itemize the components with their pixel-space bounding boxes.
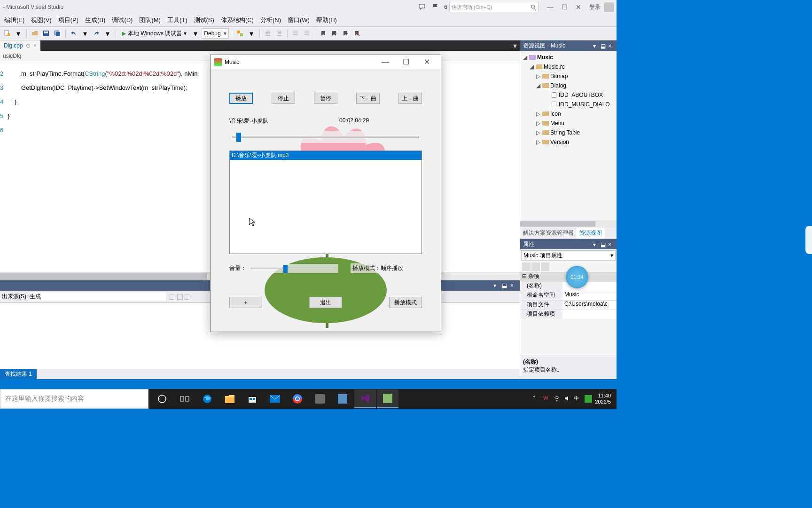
tray-wifi-icon[interactable] <box>554 395 561 403</box>
menu-test[interactable]: 测试(S) <box>191 16 218 24</box>
minimize-button[interactable]: — <box>543 2 557 12</box>
tray-icon[interactable] <box>585 395 592 403</box>
outdent-icon[interactable] <box>274 28 284 39</box>
tray-volume-icon[interactable] <box>564 395 571 403</box>
feedback-icon[interactable] <box>418 2 427 12</box>
save-icon[interactable] <box>41 28 51 39</box>
tab-dlg-cpp[interactable]: Dlg.cpp ⊙ × <box>0 40 40 51</box>
tree-node-bitmap[interactable]: ▷Bitmap <box>520 71 617 81</box>
panel-dropdown-icon[interactable]: ▾ <box>593 43 599 48</box>
indent-icon[interactable] <box>263 28 273 39</box>
output-btn[interactable] <box>170 294 175 300</box>
bookmark-clear-icon[interactable] <box>352 28 362 39</box>
menu-build[interactable]: 生成(B) <box>82 16 109 24</box>
store-icon[interactable] <box>242 389 263 408</box>
panel-pin-icon[interactable]: ⬓ <box>502 282 508 289</box>
pause-button[interactable]: 暂停 <box>314 93 337 104</box>
categorize-icon[interactable] <box>522 262 531 271</box>
volume-slider[interactable] <box>249 264 338 273</box>
clock-widget[interactable]: 01:14 <box>566 266 588 288</box>
task-view-icon[interactable] <box>174 389 195 408</box>
pin-icon[interactable]: ⊙ <box>26 42 31 49</box>
dropdown-icon[interactable]: ▾ <box>190 28 201 39</box>
playlist-item[interactable]: D:\音乐\爱-小虎队.mp3 <box>230 151 422 160</box>
stop-button[interactable]: 停止 <box>272 93 295 104</box>
dropdown-icon[interactable]: ▾ <box>80 28 90 39</box>
dropdown-icon[interactable]: ▾ <box>246 28 257 39</box>
prop-row[interactable]: 项目文件C:\Users\moloa\c <box>520 300 617 310</box>
tray-wps-icon[interactable]: W <box>543 395 551 403</box>
system-tray[interactable]: ˄ W 中 11:40 2022/5 <box>530 393 614 405</box>
close-button[interactable]: ✕ <box>571 2 586 12</box>
play-button[interactable]: 播放 <box>229 93 253 104</box>
taskbar-search[interactable]: 在这里输入你要搜索的内容 <box>0 389 148 409</box>
add-button[interactable]: + <box>229 297 262 308</box>
music-app-icon[interactable] <box>377 389 398 408</box>
bookmark-next-icon[interactable] <box>341 28 351 39</box>
maximize-button[interactable]: ☐ <box>557 2 571 12</box>
output-btn[interactable] <box>177 294 183 300</box>
app-icon[interactable] <box>332 389 353 408</box>
music-titlebar[interactable]: Music — ☐ ✕ <box>211 55 441 69</box>
tree-hscroll[interactable] <box>520 220 617 228</box>
tray-chevron-icon[interactable]: ˄ <box>533 395 540 403</box>
exit-button[interactable]: 退出 <box>309 297 342 308</box>
panel-dropdown-icon[interactable]: ▾ <box>493 282 500 289</box>
edge-icon[interactable] <box>196 389 218 408</box>
open-file-icon[interactable] <box>30 28 40 39</box>
start-debug-button[interactable]: ▶ 本地 Windows 调试器 ▾ <box>119 28 189 39</box>
dropdown-icon[interactable]: ▾ <box>13 28 23 39</box>
new-file-icon[interactable] <box>2 28 12 39</box>
notifications-flag-icon[interactable] <box>431 2 440 12</box>
prev-button[interactable]: 上一曲 <box>398 93 422 104</box>
prop-row[interactable]: 根命名空间Music <box>520 291 617 300</box>
bookmark-prev-icon[interactable] <box>329 28 340 39</box>
menu-analyze[interactable]: 分析(N) <box>257 16 284 24</box>
props-page-icon[interactable] <box>541 262 549 271</box>
bookmark-icon[interactable] <box>318 28 328 39</box>
tabs-dropdown[interactable]: ▾ <box>510 41 520 50</box>
tree-node-stringtable[interactable]: ▷String Table <box>520 128 617 137</box>
quick-launch-input[interactable]: 快速启动 (Ctrl+Q) <box>449 2 539 12</box>
tab-resource-view[interactable]: 资源视图 <box>577 228 605 238</box>
cortana-icon[interactable] <box>151 389 173 408</box>
music-close-button[interactable]: ✕ <box>416 56 437 69</box>
menu-debug[interactable]: 调试(D) <box>109 16 136 24</box>
chrome-icon[interactable] <box>287 389 308 408</box>
menu-tools[interactable]: 工具(T) <box>164 16 191 24</box>
playlist[interactable]: D:\音乐\爱-小虎队.mp3 <box>229 151 422 254</box>
menu-help[interactable]: 帮助(H) <box>313 16 340 24</box>
menu-team[interactable]: 团队(M) <box>136 16 164 24</box>
tree-node-menu[interactable]: ▷Menu <box>520 119 617 128</box>
login-link[interactable]: 登录 <box>589 3 601 11</box>
tree-node-musicdialog[interactable]: IDD_MUSIC_DIALO <box>520 100 617 109</box>
tab-solution-explorer[interactable]: 解决方案资源管理器 <box>520 228 577 238</box>
props-object-combo[interactable]: Music 项目属性 <box>521 250 616 261</box>
panel-close-icon[interactable]: × <box>510 282 517 289</box>
uncomment-icon[interactable] <box>302 28 312 39</box>
tree-node-music[interactable]: ◢Music <box>520 53 617 62</box>
resource-tree[interactable]: ◢Music ◢Music.rc ▷Bitmap ◢Dialog IDD_ABO… <box>520 51 617 220</box>
tree-node-version[interactable]: ▷Version <box>520 137 617 147</box>
tree-node-dialog[interactable]: ◢Dialog <box>520 81 617 90</box>
menu-view[interactable]: 视图(V) <box>28 16 55 24</box>
panel-pin-icon[interactable]: ⬓ <box>601 241 606 247</box>
alphabetize-icon[interactable] <box>531 262 540 271</box>
play-mode-button[interactable]: 播放模式 <box>389 297 422 308</box>
undo-icon[interactable] <box>69 28 79 39</box>
menu-arch[interactable]: 体系结构(C) <box>218 16 257 24</box>
panel-close-icon[interactable]: × <box>608 43 614 48</box>
panel-pin-icon[interactable]: ⬓ <box>601 43 606 48</box>
file-explorer-icon[interactable] <box>219 389 241 408</box>
taskbar-clock[interactable]: 11:40 2022/5 <box>595 393 611 405</box>
panel-dropdown-icon[interactable]: ▾ <box>593 241 599 247</box>
visual-studio-icon[interactable] <box>354 389 376 408</box>
menu-project[interactable]: 项目(P) <box>55 16 82 24</box>
progress-slider[interactable] <box>229 131 422 143</box>
music-maximize-button[interactable]: ☐ <box>396 56 416 69</box>
output-btn[interactable] <box>185 294 190 300</box>
tray-ime-icon[interactable]: 中 <box>574 395 582 403</box>
menu-window[interactable]: 窗口(W) <box>284 16 313 24</box>
mail-icon[interactable] <box>264 389 286 408</box>
next-button[interactable]: 下一曲 <box>356 93 380 104</box>
